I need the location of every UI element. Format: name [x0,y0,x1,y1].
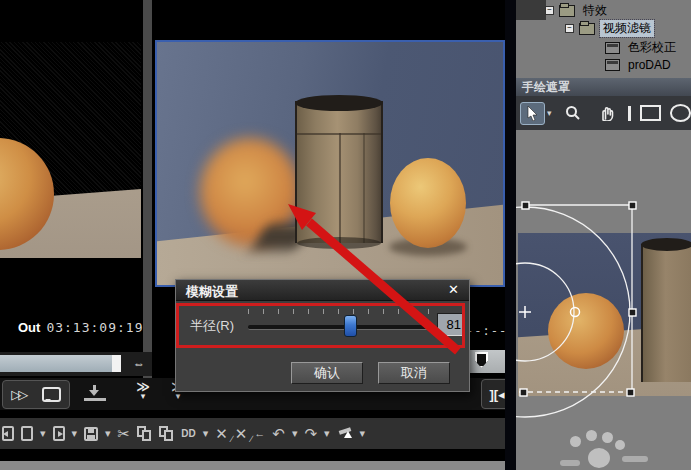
set-in-point-icon[interactable] [84,385,106,401]
paste-icon[interactable] [159,426,174,441]
mask-handles [520,202,636,396]
capture-icon[interactable] [2,426,14,441]
folder-icon [559,5,575,17]
cardboard-cylinder [295,95,383,249]
comment-bubble-icon[interactable] [42,387,61,402]
dropdown-icon[interactable]: ▾ [105,428,111,439]
tree-item-video-filters[interactable]: − 视频滤镜 [565,20,654,37]
effects-tree-panel: − 特效 − 视频滤镜 色彩校正 proDAD [516,0,691,78]
back-arrow-icon[interactable]: ← [254,428,265,439]
dropdown-icon[interactable]: ▾ [72,428,78,439]
fit-to-window-icon[interactable]: ⇔ [128,355,150,372]
app-window: Out03:13:09:19 --:-- ⇔ ▷▷ ≫ ▾ ≫ ▾ ▾ ][◂ [0,0,691,470]
copy-icon[interactable] [137,426,152,441]
folder-icon [579,23,595,35]
filter-icon [605,42,620,54]
tree-item-prodad[interactable]: proDAD [605,56,674,73]
out-timecode: 03:13:09:19 [46,320,143,335]
window-edge [0,461,516,470]
undo-icon[interactable]: ↶ [272,426,285,441]
dropdown-icon[interactable]: ▾ [203,428,209,439]
dialog-titlebar[interactable]: 模糊设置 ✕ [176,280,469,301]
orange-fruit [390,158,466,248]
monitor-divider [143,0,152,378]
fast-forward-icon[interactable]: ▷▷ [11,387,25,402]
bottom-strip [0,449,516,461]
cut-icon[interactable]: ✂ [118,426,131,441]
out-label: Out [18,320,40,335]
filter-icon [605,59,620,71]
collapse-icon[interactable]: − [565,24,574,33]
confirm-button[interactable]: 确认 [291,362,363,384]
dropdown-icon[interactable]: ▾ [360,428,366,439]
ripple-trim-icon[interactable]: ✕ [215,426,228,441]
save-icon[interactable] [84,427,98,441]
collapse-icon[interactable]: − [545,6,554,15]
tree-item-effects[interactable]: − 特效 [545,2,610,19]
separator [0,410,511,418]
panel-gap [505,0,516,470]
playhead-marker[interactable] [475,352,488,368]
replace-clip-icon[interactable]: DD [181,428,195,439]
cancel-button[interactable]: 取消 [378,362,450,384]
redo-icon[interactable]: ↷ [304,426,317,441]
ripple-trim-icon-2[interactable]: ✕ [235,426,248,441]
dropdown-icon[interactable]: ▾ [324,428,330,439]
playback-group: ▷▷ [2,380,70,409]
scrollbar-thumb[interactable] [0,355,112,372]
new-sequence-icon[interactable] [21,426,33,441]
out-timecode-row: Out03:13:09:19 [18,320,143,335]
mask-panel: 手绘遮罩 ▾ [516,78,691,470]
open-project-icon[interactable] [53,426,65,441]
program-monitor [155,40,505,287]
razor-icon[interactable] [337,427,353,441]
mask-center-handle [519,306,531,318]
idle-timecode: --:-- [466,324,507,338]
source-monitor [0,42,141,258]
scrollbar-track[interactable]: ⇔ [0,352,152,376]
mask-radius-handle [571,308,580,317]
annotation-highlight [176,303,465,348]
scrollbar-grip[interactable] [112,355,121,372]
close-icon[interactable]: ✕ [448,282,459,297]
mask-shape-overlay[interactable] [516,78,691,470]
dialog-title: 模糊设置 [186,283,238,301]
expand-tools-icon[interactable]: ≫ ▾ [133,381,153,407]
dropdown-icon[interactable]: ▾ [40,428,46,439]
dropdown-icon[interactable]: ▾ [292,428,298,439]
tree-item-color-correction[interactable]: 色彩校正 [605,39,679,56]
main-toolbar: ▾ ▾ ▾ ✂ DD ▾ ✕ ✕ ← ↶ ▾ ↷ ▾ ▾ [0,418,511,449]
